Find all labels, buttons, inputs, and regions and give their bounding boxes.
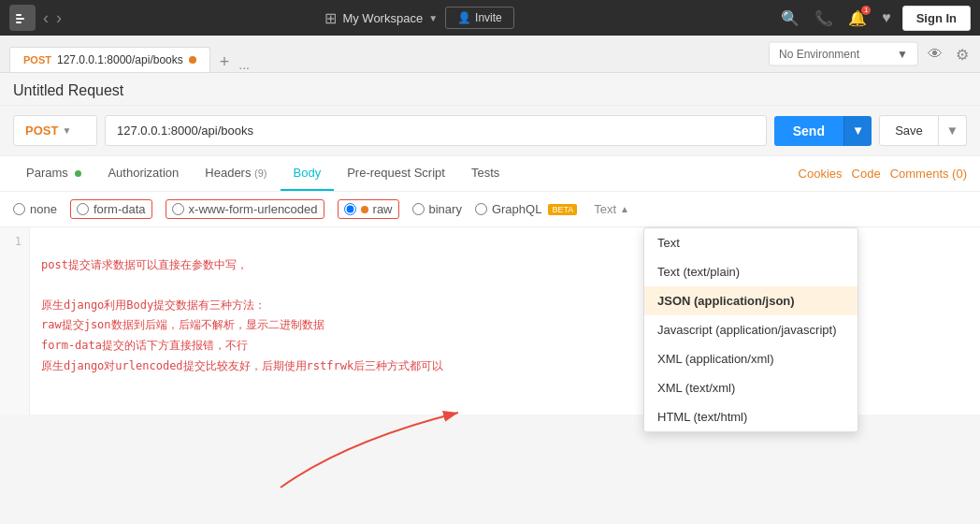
env-bar: No Environment ▼ 👁 ⚙ (769, 41, 973, 66)
send-dropdown-button[interactable]: ▼ (843, 116, 872, 146)
method-value: POST (25, 124, 58, 138)
none-label: none (30, 202, 57, 216)
text-type-dropdown-menu: Text Text (text/plain) JSON (application… (643, 227, 858, 432)
beta-badge: BETA (548, 204, 577, 215)
request-tab[interactable]: POST 127.0.0.1:8000/api/books (9, 47, 210, 72)
line-numbers: 1 (0, 227, 30, 415)
option-urlencoded[interactable]: x-www-form-urlencoded (166, 199, 324, 219)
comments-link[interactable]: Comments (0) (890, 167, 967, 181)
dropdown-item-html[interactable]: HTML (text/html) (644, 402, 858, 431)
annotation-arrow (271, 403, 514, 516)
tab-authorization[interactable]: Authorization (94, 156, 192, 191)
tab-tests[interactable]: Tests (458, 156, 512, 191)
content-wrapper: 1 post提交请求数据可以直接在参数中写， 原生django利用Body提交数… (0, 227, 980, 415)
raw-dot-icon (361, 206, 368, 213)
headers-count: (9) (254, 167, 267, 179)
invite-label: Invite (475, 11, 502, 24)
option-raw[interactable]: raw (338, 199, 399, 219)
svg-rect-2 (16, 22, 22, 23)
navbar-center: ⊞ My Workspace ▼ 👤 Invite (69, 7, 770, 29)
svg-rect-0 (16, 14, 22, 16)
tab-more-button[interactable]: ... (238, 57, 250, 72)
tab-body-label: Body (294, 166, 322, 180)
option-form-data[interactable]: form-data (70, 199, 152, 219)
tab-pre-request[interactable]: Pre-request Script (334, 156, 458, 191)
method-select[interactable]: POST ▼ (13, 115, 97, 146)
urlencoded-label: x-www-form-urlencoded (189, 202, 318, 216)
heart-icon: ♥ (882, 9, 891, 25)
tab-tests-label: Tests (471, 166, 499, 180)
dropdown-item-json[interactable]: JSON (application/json) (644, 286, 858, 315)
tab-headers[interactable]: Headers (9) (192, 156, 280, 191)
notification-badge: 1 (861, 6, 871, 15)
eye-icon-btn[interactable]: 👁 (924, 42, 946, 66)
tab-headers-label: Headers (205, 166, 251, 180)
text-arrow-icon: ▲ (620, 204, 629, 214)
request-tabs: Params Authorization Headers (9) Body Pr… (0, 156, 980, 192)
raw-label: raw (373, 202, 393, 216)
save-dropdown-button[interactable]: ▼ (939, 115, 967, 146)
env-arrow-icon: ▼ (897, 48, 908, 61)
graphql-label: GraphQL (492, 202, 541, 216)
url-input[interactable] (105, 115, 767, 146)
send-btn-group: Send ▼ (774, 116, 872, 146)
eye-icon: 👁 (928, 46, 943, 62)
tab-params-label: Params (26, 166, 68, 180)
method-arrow-icon: ▼ (62, 125, 71, 136)
nav-forward-icon[interactable]: › (56, 8, 62, 28)
option-graphql[interactable]: GraphQL BETA (475, 202, 577, 216)
svg-rect-1 (16, 18, 24, 20)
heart-icon-btn[interactable]: ♥ (878, 6, 895, 30)
new-tab-button[interactable]: + (214, 52, 236, 72)
code-link[interactable]: Code (852, 167, 881, 181)
dropdown-item-javascript[interactable]: Javascript (application/javascript) (644, 315, 858, 344)
send-button[interactable]: Send (774, 116, 843, 146)
env-selector[interactable]: No Environment ▼ (769, 42, 918, 66)
params-dot (75, 170, 81, 177)
dropdown-item-text[interactable]: Text (644, 228, 858, 257)
search-icon: 🔍 (781, 10, 800, 26)
save-label: Save (895, 124, 923, 138)
save-arrow-icon: ▼ (946, 124, 958, 138)
workspace-icon: ⊞ (324, 9, 337, 27)
navbar-right: 🔍 📞 🔔 1 ♥ Sign In (777, 6, 971, 31)
search-icon-btn[interactable]: 🔍 (777, 6, 803, 31)
save-button[interactable]: Save (879, 115, 939, 146)
notification-icon-btn[interactable]: 🔔 1 (844, 6, 871, 31)
settings-icon-btn[interactable]: ⚙ (952, 41, 973, 66)
form-data-label: form-data (94, 202, 146, 216)
invite-button[interactable]: 👤 Invite (445, 7, 514, 29)
url-bar: POST ▼ Send ▼ Save ▼ (0, 106, 980, 156)
save-btn-group: Save ▼ (879, 115, 967, 146)
tab-url: 127.0.0.1:8000/api/books (57, 53, 183, 66)
cookies-link[interactable]: Cookies (799, 167, 843, 181)
sign-in-label: Sign In (916, 11, 957, 25)
navbar: ‹ › ⊞ My Workspace ▼ 👤 Invite 🔍 📞 🔔 1 ♥ … (0, 0, 980, 36)
invite-icon: 👤 (457, 11, 471, 24)
request-title-bar: Untitled Request (0, 73, 980, 106)
request-title: Untitled Request (13, 82, 123, 98)
dropdown-json-label: JSON (application/json) (657, 294, 795, 308)
text-type-label: Text (594, 202, 616, 216)
env-label: No Environment (779, 48, 859, 61)
nav-back-icon[interactable]: ‹ (43, 8, 49, 28)
tab-authorization-label: Authorization (108, 166, 179, 180)
tab-pre-request-label: Pre-request Script (347, 166, 445, 180)
dropdown-item-text-plain[interactable]: Text (text/plain) (644, 257, 858, 286)
workspace-button[interactable]: ⊞ My Workspace ▼ (324, 9, 438, 27)
workspace-label: My Workspace (342, 11, 423, 25)
send-label: Send (793, 124, 825, 138)
gear-icon: ⚙ (956, 46, 969, 62)
tab-body[interactable]: Body (281, 156, 335, 191)
option-binary[interactable]: binary (412, 202, 462, 216)
sign-in-button[interactable]: Sign In (902, 6, 971, 31)
dropdown-item-xml-app[interactable]: XML (application/xml) (644, 344, 858, 373)
option-none[interactable]: none (13, 202, 57, 216)
tab-params[interactable]: Params (13, 156, 94, 191)
nav-logo[interactable] (9, 5, 36, 31)
dropdown-item-xml-text[interactable]: XML (text/xml) (644, 373, 858, 402)
binary-label: binary (429, 202, 462, 216)
text-type-dropdown[interactable]: Text ▲ (594, 202, 629, 216)
phone-icon-btn[interactable]: 📞 (811, 6, 837, 31)
workspace-arrow-icon: ▼ (428, 13, 438, 23)
